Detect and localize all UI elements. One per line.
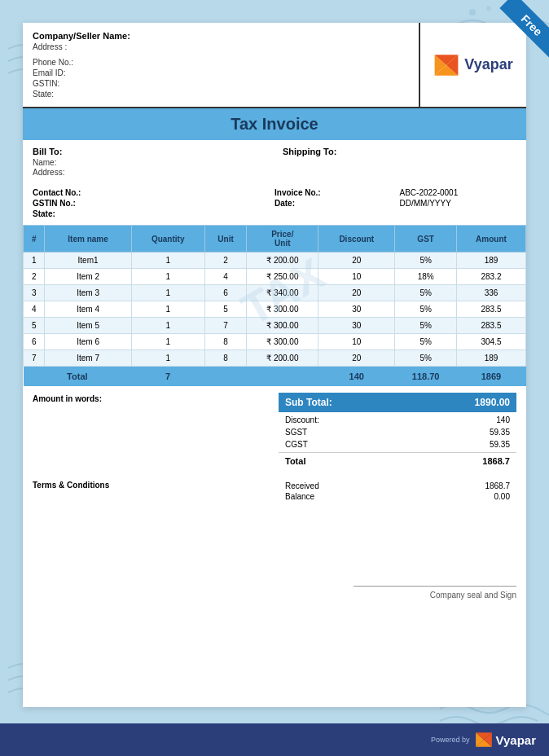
cell-gst: 5% xyxy=(395,350,457,367)
company-name-label: Company/Seller Name: xyxy=(33,31,409,41)
cell-unit: 6 xyxy=(204,285,247,301)
cell-price: ₹ 300.00 xyxy=(247,301,318,318)
cell-gst: 5% xyxy=(395,301,457,318)
cell-amount: 283.2 xyxy=(456,269,525,285)
company-info: Company/Seller Name: Address : Phone No.… xyxy=(23,23,420,107)
bill-to: Bill To: Name: Address: xyxy=(33,147,266,177)
table-row: 4 Item 4 1 5 ₹ 300.00 30 5% 283.5 xyxy=(24,301,526,318)
cell-name: Item 2 xyxy=(45,269,131,285)
cgst-value: 59.35 xyxy=(490,440,510,449)
cell-unit: 8 xyxy=(204,350,247,367)
subtotal-value: 1890.00 xyxy=(475,397,510,408)
cell-discount: 10 xyxy=(318,334,395,350)
col-num: # xyxy=(24,226,45,253)
footer-bar: Powered by Vyapar xyxy=(0,723,549,756)
total-amount: 1869 xyxy=(456,367,525,387)
cell-unit: 2 xyxy=(204,253,247,269)
footer-vyapar-icon xyxy=(475,731,493,749)
invoice-no-label-row: Invoice No.: xyxy=(274,188,392,197)
col-gst: GST xyxy=(395,226,457,253)
title-bar: Tax Invoice xyxy=(23,108,526,140)
table-footer-row: Total 7 140 118.70 1869 xyxy=(24,367,526,387)
cell-num: 1 xyxy=(24,253,45,269)
cell-qty: 1 xyxy=(131,334,204,350)
cell-price: ₹ 200.00 xyxy=(247,253,318,269)
date-value: DD/MM/YYYY xyxy=(400,199,451,208)
gstin-no-label: GSTIN No.: xyxy=(33,199,76,208)
table-row: 3 Item 3 1 6 ₹ 340.00 20 5% 336 xyxy=(24,285,526,301)
free-banner: Free xyxy=(476,0,549,73)
invoice-header: Company/Seller Name: Address : Phone No.… xyxy=(23,23,526,108)
subtotal-bar: Sub Total: 1890.00 xyxy=(279,393,516,412)
table-row: 1 Item1 1 2 ₹ 200.00 20 5% 189 xyxy=(24,253,526,269)
cell-name: Item 7 xyxy=(45,350,131,367)
cell-price: ₹ 300.00 xyxy=(247,318,318,334)
col-amount: Amount xyxy=(456,226,525,253)
col-qty: Quantity xyxy=(131,226,204,253)
table-row: 7 Item 7 1 8 ₹ 200.00 20 5% 189 xyxy=(24,350,526,367)
terms-right: Received 1868.7 Balance 0.00 xyxy=(279,481,516,502)
cell-discount: 20 xyxy=(318,350,395,367)
cgst-row: CGST 59.35 xyxy=(279,438,516,451)
terms-left: Terms & Conditions xyxy=(33,481,270,502)
cell-unit: 7 xyxy=(204,318,247,334)
invoice-left-details: Contact No.: GSTIN No.: State: xyxy=(33,187,274,218)
cell-qty: 1 xyxy=(131,301,204,318)
invoice-title: Tax Invoice xyxy=(23,115,526,134)
discount-value: 140 xyxy=(496,415,510,424)
cell-name: Item 4 xyxy=(45,301,131,318)
summary-section: Amount in words: Sub Total: 1890.00 Disc… xyxy=(23,386,526,474)
cell-qty: 1 xyxy=(131,269,204,285)
col-unit: Unit xyxy=(204,226,247,253)
total-gst: 118.70 xyxy=(395,367,457,387)
total-summary-label: Total xyxy=(285,456,305,466)
cell-num: 3 xyxy=(24,285,45,301)
cell-amount: 189 xyxy=(456,253,525,269)
table-header-row: # Item name Quantity Unit Price/Unit Dis… xyxy=(24,226,526,253)
invoice-footer-area: Company seal and Sign xyxy=(23,508,526,606)
invoice-right-details: Invoice No.: Date: ABC-2022-0001 DD/MM/Y… xyxy=(274,187,516,218)
cell-num: 7 xyxy=(24,350,45,367)
cell-unit: 8 xyxy=(204,334,247,350)
sgst-row: SGST 59.35 xyxy=(279,426,516,438)
cell-gst: 18% xyxy=(395,269,457,285)
subtotal-label: Sub Total: xyxy=(285,397,332,408)
cell-qty: 1 xyxy=(131,253,204,269)
sgst-label: SGST xyxy=(285,428,307,437)
received-row: Received 1868.7 xyxy=(279,481,516,491)
address-label: Address : xyxy=(33,42,409,51)
amount-words-label: Amount in words: xyxy=(33,394,102,403)
invoice-container: Company/Seller Name: Address : Phone No.… xyxy=(23,23,526,707)
received-value: 1868.7 xyxy=(485,481,510,490)
cell-amount: 283.5 xyxy=(456,301,525,318)
cell-amount: 283.5 xyxy=(456,318,525,334)
invoice-no-value-row: ABC-2022-0001 xyxy=(400,188,517,197)
cell-name: Item 6 xyxy=(45,334,131,350)
total-discount: 140 xyxy=(318,367,395,387)
table-row: 5 Item 5 1 7 ₹ 300.00 30 5% 283.5 xyxy=(24,318,526,334)
total-summary-value: 1868.7 xyxy=(482,456,510,466)
phone-label: Phone No.: xyxy=(33,58,409,67)
date-label-row: Date: xyxy=(274,199,392,208)
cell-amount: 304.5 xyxy=(456,334,525,350)
col-item: Item name xyxy=(45,226,131,253)
billing-section: Bill To: Name: Address: Shipping To: xyxy=(23,140,526,183)
balance-label: Balance xyxy=(285,492,314,501)
date-value-row: DD/MM/YYYY xyxy=(400,199,517,208)
footer-vyapar-logo: Vyapar xyxy=(475,731,536,749)
vyapar-v-icon xyxy=(433,52,459,78)
invoice-details: Contact No.: GSTIN No.: State: Invoice N… xyxy=(23,183,526,225)
cell-num: 5 xyxy=(24,318,45,334)
state-billing-label: State: xyxy=(33,209,55,218)
table-row: 6 Item 6 1 8 ₹ 300.00 10 5% 304.5 xyxy=(24,334,526,350)
svg-point-0 xyxy=(469,9,476,15)
ship-to-label: Shipping To: xyxy=(283,147,516,156)
cell-name: Item1 xyxy=(45,253,131,269)
discount-row: Discount: 140 xyxy=(279,414,516,426)
total-summary-row: Total 1868.7 xyxy=(279,452,516,468)
total-qty: 7 xyxy=(131,367,204,387)
cell-num: 4 xyxy=(24,301,45,318)
invoice-no-value: ABC-2022-0001 xyxy=(400,188,459,197)
bill-to-label: Bill To: xyxy=(33,147,266,156)
invoice-number-section: Invoice No.: Date: xyxy=(274,187,392,218)
